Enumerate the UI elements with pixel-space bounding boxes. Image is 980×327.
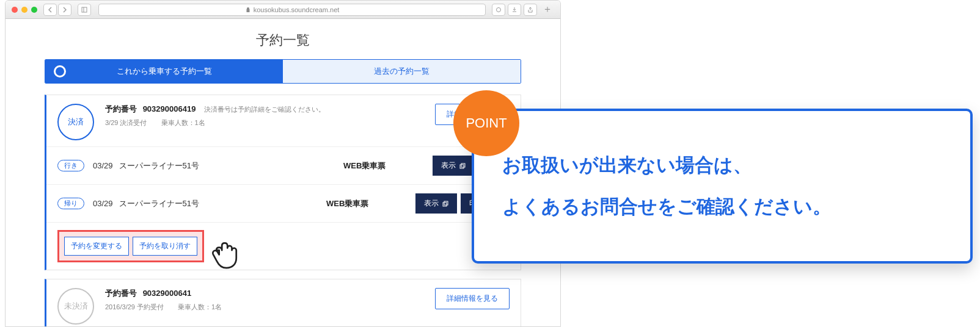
svg-rect-5 [444, 201, 448, 205]
show-ticket-button[interactable]: 表示 [433, 156, 474, 176]
popup-icon [442, 201, 448, 207]
svg-rect-4 [460, 165, 464, 168]
downloads-button[interactable] [508, 4, 521, 16]
tab-upcoming[interactable]: これから乗車する予約一覧 [45, 60, 283, 83]
detail-button[interactable]: 詳細情報を見る [435, 288, 510, 309]
minimize-window-button[interactable] [21, 7, 27, 13]
payment-status-badge: 未決済 [57, 288, 94, 325]
svg-rect-0 [82, 7, 87, 12]
window-controls [12, 7, 37, 13]
ticket-label: WEB乗車票 [343, 160, 417, 171]
callout-line-1: お取扱いが出来ない場合は、 [502, 150, 942, 181]
share-button[interactable] [524, 4, 537, 16]
point-badge: POINT [453, 90, 519, 156]
payment-status-badge: 決済 [57, 104, 94, 140]
trip-date: 03/29 [93, 161, 113, 170]
cancel-reservation-button[interactable]: 予約を取り消す [133, 237, 197, 256]
trip-row-outbound: 行き 03/29 スーパーライナー51号 WEB乗車票 表示 印刷 [46, 147, 521, 185]
receipt-date: 3/29 決済受付 [105, 119, 147, 126]
direction-pill: 帰り [57, 198, 84, 209]
tab-past[interactable]: 過去の予約一覧 [283, 60, 521, 83]
reservation-header: 決済 予約番号 903290006419 決済番号は予約詳細をご確認ください。 … [46, 95, 521, 147]
show-ticket-button[interactable]: 表示 [415, 193, 457, 214]
direction-pill: 行き [57, 160, 84, 171]
new-tab-button[interactable]: ＋ [541, 4, 554, 16]
ticket-label: WEB乗車票 [326, 198, 400, 209]
reservation-number-line: 予約番号 903290006419 決済番号は予約詳細をご確認ください。 [105, 104, 435, 115]
nav-buttons [43, 4, 73, 16]
svg-point-2 [497, 7, 501, 12]
toolbar-right [492, 4, 538, 16]
passenger-count: 乗車人数：1名 [178, 303, 222, 311]
reservation-card: 決済 予約番号 903290006419 決済番号は予約詳細をご確認ください。 … [45, 95, 521, 270]
callout-line-2: よくあるお問合せをご確認ください。 [502, 192, 942, 222]
trip-name: スーパーライナー51号 [119, 198, 199, 209]
close-window-button[interactable] [12, 7, 18, 13]
reservation-actions: 予約を変更する 予約を取り消す [46, 223, 521, 270]
maximize-window-button[interactable] [31, 7, 37, 13]
popup-icon [459, 163, 466, 169]
sidebar-toggle-button[interactable] [78, 4, 91, 16]
trip-name: スーパーライナー51号 [119, 160, 199, 171]
url-text: kousokubus.soundcream.net [254, 6, 340, 13]
change-reservation-button[interactable]: 予約を変更する [64, 237, 129, 256]
reservation-header: 未決済 予約番号 90329000641 2016/3/29 予約受付 乗車人数… [46, 279, 521, 327]
highlighted-actions: 予約を変更する 予約を取り消す [57, 230, 204, 262]
passenger-count: 乗車人数：1名 [161, 119, 205, 126]
reservation-card: 未決済 予約番号 90329000641 2016/3/29 予約受付 乗車人数… [45, 279, 521, 327]
back-button[interactable] [43, 4, 57, 16]
trip-row-return: 帰り 03/29 スーパーライナー51号 WEB乗車票 表示 印刷用 [46, 185, 521, 223]
address-bar[interactable]: kousokubus.soundcream.net [98, 4, 486, 16]
reader-button[interactable] [492, 4, 505, 16]
receipt-date: 2016/3/29 予約受付 [105, 303, 164, 311]
svg-rect-3 [461, 164, 465, 167]
reservation-number-line: 予約番号 90329000641 [105, 288, 435, 299]
lock-icon [245, 7, 251, 13]
trip-date: 03/29 [93, 199, 113, 208]
forward-button[interactable] [58, 4, 71, 16]
pointer-cursor-icon [205, 234, 241, 271]
reservation-tabs: これから乗車する予約一覧 過去の予約一覧 [45, 59, 521, 84]
callout-box: お取扱いが出来ない場合は、 よくあるお問合せをご確認ください。 [472, 109, 973, 264]
point-callout: POINT お取扱いが出来ない場合は、 よくあるお問合せをご確認ください。 [472, 109, 973, 264]
svg-rect-6 [443, 203, 447, 206]
browser-titlebar: kousokubus.soundcream.net ＋ [5, 1, 560, 19]
page-title: 予約一覧 [5, 25, 560, 59]
